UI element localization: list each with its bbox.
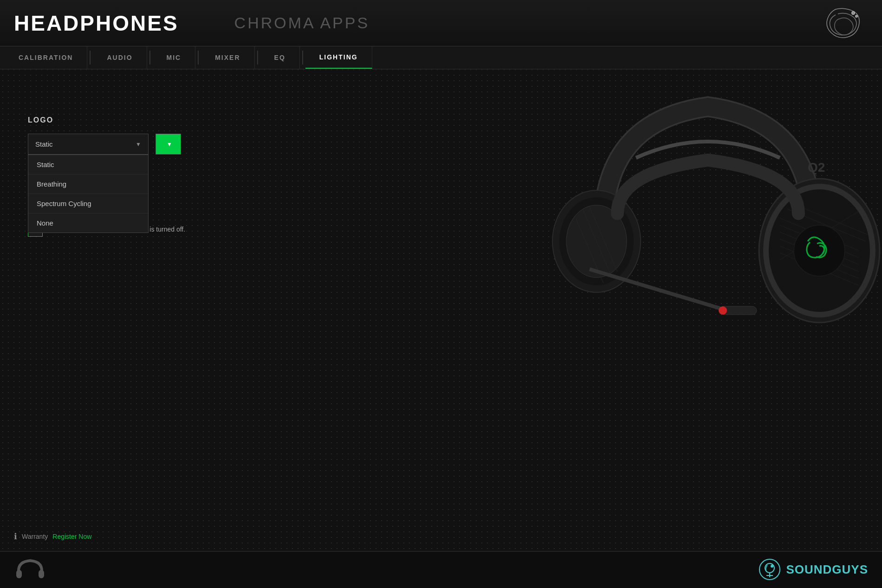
soundguys-branding: SOUNDGUYS bbox=[758, 558, 868, 581]
color-picker-button[interactable]: ▼ bbox=[156, 134, 181, 155]
nav-sep-4 bbox=[257, 51, 258, 65]
svg-rect-23 bbox=[719, 306, 727, 315]
soundguys-text: SOUNDGUYS bbox=[786, 562, 868, 577]
razer-logo bbox=[822, 5, 868, 42]
dropdown-item-breathing[interactable]: Breathing bbox=[28, 174, 148, 194]
tab-calibration[interactable]: CALIBRATION bbox=[5, 46, 87, 69]
svg-text:Q2: Q2 bbox=[808, 160, 825, 174]
tab-eq[interactable]: EQ bbox=[260, 46, 300, 69]
dropdown-item-static[interactable]: Static bbox=[28, 155, 148, 174]
nav-sep-3 bbox=[198, 51, 199, 65]
headphone-image: Q2 bbox=[534, 51, 882, 399]
svg-point-31 bbox=[771, 565, 773, 568]
dropdown-arrow-icon: ▼ bbox=[136, 141, 141, 148]
bottom-bar: SOUNDGUYS bbox=[0, 551, 882, 588]
chroma-apps-title: CHROMA APPS bbox=[234, 14, 370, 32]
lighting-mode-menu: Static Breathing Spectrum Cycling None bbox=[28, 155, 149, 233]
main-content: LOGO Static ▼ Static Breathing Spectrum … bbox=[0, 70, 882, 523]
svg-point-1 bbox=[856, 15, 857, 17]
dropdown-item-none[interactable]: None bbox=[28, 213, 148, 233]
svg-rect-25 bbox=[16, 570, 22, 578]
app-title: HEADPHONES bbox=[14, 11, 179, 36]
tab-mixer[interactable]: MIXER bbox=[201, 46, 254, 69]
warranty-info-icon: ℹ bbox=[14, 531, 17, 542]
headphone-thumbnail bbox=[14, 557, 46, 584]
nav-sep-5 bbox=[302, 51, 303, 65]
tab-audio[interactable]: AUDIO bbox=[93, 46, 147, 69]
nav-tabs: CALIBRATION AUDIO MIC MIXER EQ LIGHTING bbox=[0, 46, 882, 70]
dropdown-selected-value: Static bbox=[35, 140, 53, 148]
warranty-label: Warranty bbox=[22, 533, 48, 540]
lighting-mode-dropdown[interactable]: Static ▼ bbox=[28, 134, 149, 155]
right-panel: Q2 bbox=[260, 88, 854, 504]
tab-mic[interactable]: MIC bbox=[153, 46, 196, 69]
svg-rect-26 bbox=[39, 570, 44, 578]
logo-section-label: LOGO bbox=[28, 116, 260, 124]
warranty-register-link[interactable]: Register Now bbox=[52, 533, 91, 540]
nav-sep-2 bbox=[149, 51, 150, 65]
header: HEADPHONES CHROMA APPS bbox=[0, 0, 882, 46]
dropdown-item-spectrum-cycling[interactable]: Spectrum Cycling bbox=[28, 194, 148, 213]
svg-point-0 bbox=[852, 12, 855, 14]
left-panel: LOGO Static ▼ Static Breathing Spectrum … bbox=[28, 88, 260, 504]
color-picker-arrow-icon: ▼ bbox=[167, 141, 172, 148]
svg-point-19 bbox=[794, 225, 845, 276]
lighting-mode-row: Static ▼ Static Breathing Spectrum Cycli… bbox=[28, 134, 260, 155]
warranty-section: ℹ Warranty Register Now bbox=[14, 531, 91, 542]
nav-sep-1 bbox=[90, 51, 91, 65]
tab-lighting[interactable]: LIGHTING bbox=[305, 46, 372, 69]
